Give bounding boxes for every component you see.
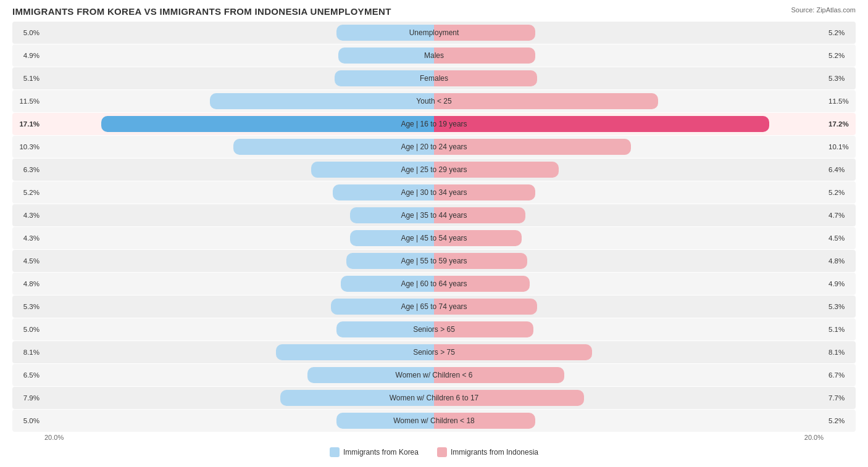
legend-item-left: Immigrants from Korea [330,447,419,457]
bar-left-value: 4.3% [12,234,42,242]
bar-right [434,70,537,86]
chart-row: 5.3%5.3%Age | 65 to 74 years [12,295,856,318]
bar-center-label: Women w/ Children < 6 [396,371,473,379]
bar-right-value: 11.5% [826,97,856,105]
bar-left-value: 5.2% [12,189,42,196]
bar-center-label: Age | 45 to 54 years [401,234,467,242]
chart-row: 4.5%4.8%Age | 55 to 59 years [12,250,856,272]
bar-right-value: 5.1% [826,326,856,333]
chart-row: 5.0%5.2%Women w/ Children < 18 [12,410,856,432]
bar-right-value: 10.1% [826,143,856,151]
chart-header: IMMIGRANTS FROM KOREA VS IMMIGRANTS FROM… [12,6,856,17]
bar-center-label: Seniors > 65 [413,325,455,334]
bar-center-label: Age | 65 to 74 years [401,302,467,311]
bar-right-value: 5.2% [826,189,856,196]
chart-row: 17.1%17.2%Age | 16 to 19 years [12,113,856,135]
bar-center-label: Seniors > 75 [413,348,455,357]
bar-left-value: 4.9% [12,52,42,59]
bar-right-value: 4.8% [826,257,856,265]
chart-row: 5.0%5.2%Unemployment [12,22,856,44]
chart-row: 4.8%4.9%Age | 60 to 64 years [12,273,856,295]
bar-left-value: 5.3% [12,303,42,310]
bar-center-label: Age | 25 to 29 years [401,165,467,174]
bar-left-value: 6.5% [12,371,42,379]
bar-right-value: 5.2% [826,417,856,424]
bar-right-value: 5.2% [826,29,856,36]
bar-center-label: Youth < 25 [416,97,451,105]
bar-right-value: 5.3% [826,303,856,310]
bar-left-value: 17.1% [12,120,42,128]
bar-left-value: 6.3% [12,166,42,173]
chart-row: 5.1%5.3%Females [12,67,856,89]
legend-color-left [330,447,340,457]
bar-center-label: Women w/ Children 6 to 17 [390,394,479,402]
chart-row: 4.9%5.2%Males [12,44,856,67]
bar-center-label: Age | 60 to 64 years [401,279,467,288]
bar-left-value: 11.5% [12,97,42,105]
bar-right-value: 8.1% [826,349,856,356]
bar-center-label: Unemployment [409,28,459,37]
bar-right-value: 4.9% [826,280,856,287]
chart-container: IMMIGRANTS FROM KOREA VS IMMIGRANTS FROM… [12,6,856,457]
bar-center-label: Males [424,51,444,60]
chart-row: 7.9%7.7%Women w/ Children 6 to 17 [12,387,856,409]
bar-left-value: 5.1% [12,75,42,82]
legend-color-right [437,447,447,457]
bar-left-value: 5.0% [12,326,42,333]
bar-left-value: 5.0% [12,29,42,36]
axis-labels: 20.0% 20.0% [12,432,856,442]
bar-left-value: 4.5% [12,257,42,265]
bar-left-value: 4.8% [12,280,42,287]
bar-center-label: Women w/ Children < 18 [393,416,475,425]
bar-right-value: 4.7% [826,212,856,219]
chart-row: 5.2%5.2%Age | 30 to 34 years [12,181,856,204]
bar-right [434,48,535,64]
chart-row: 4.3%4.7%Age | 35 to 44 years [12,204,856,226]
legend-label-left: Immigrants from Korea [343,448,419,457]
chart-row: 4.3%4.5%Age | 45 to 54 years [12,227,856,249]
bar-center-label: Age | 35 to 44 years [401,211,467,220]
bar-left-value: 10.3% [12,143,42,151]
bar-left [338,48,434,64]
bar-center-label: Age | 20 to 24 years [401,143,467,151]
legend: Immigrants from Korea Immigrants from In… [12,447,856,457]
bar-right-value: 6.7% [826,371,856,379]
bar-left-value: 4.3% [12,212,42,219]
bar-left [210,93,434,109]
bar-left [276,344,434,360]
bar-right-value: 6.4% [826,166,856,173]
bar-right-value: 5.3% [826,75,856,82]
axis-left-label: 20.0% [44,434,64,441]
bar-left-value: 7.9% [12,394,42,402]
bar-left [335,70,434,86]
bar-center-label: Age | 30 to 34 years [401,188,467,197]
bar-left-value: 8.1% [12,349,42,356]
legend-item-right: Immigrants from Indonesia [437,447,538,457]
chart-row: 10.3%10.1%Age | 20 to 24 years [12,136,856,158]
bar-center-label: Females [420,74,448,83]
bar-right [434,93,658,109]
chart-row: 11.5%11.5%Youth < 25 [12,90,856,112]
chart-area: 5.0%5.2%Unemployment4.9%5.2%Males5.1%5.3… [12,22,856,432]
bar-center-label: Age | 16 to 19 years [401,120,467,128]
legend-label-right: Immigrants from Indonesia [451,448,538,457]
bar-right-value: 4.5% [826,234,856,242]
bar-left-value: 5.0% [12,417,42,424]
chart-row: 6.5%6.7%Women w/ Children < 6 [12,364,856,386]
axis-right-label: 20.0% [804,434,824,441]
chart-title: IMMIGRANTS FROM KOREA VS IMMIGRANTS FROM… [12,6,391,17]
chart-row: 5.0%5.1%Seniors > 65 [12,318,856,341]
bar-right-value: 17.2% [826,120,856,128]
bar-right [434,116,769,132]
bar-right-value: 5.2% [826,52,856,59]
bar-left [101,116,435,132]
bar-right-value: 7.7% [826,394,856,402]
chart-row: 8.1%8.1%Seniors > 75 [12,341,856,363]
bar-right [434,344,592,360]
bar-center-label: Age | 55 to 59 years [401,257,467,265]
chart-source: Source: ZipAtlas.com [791,6,856,14]
chart-row: 6.3%6.4%Age | 25 to 29 years [12,159,856,181]
